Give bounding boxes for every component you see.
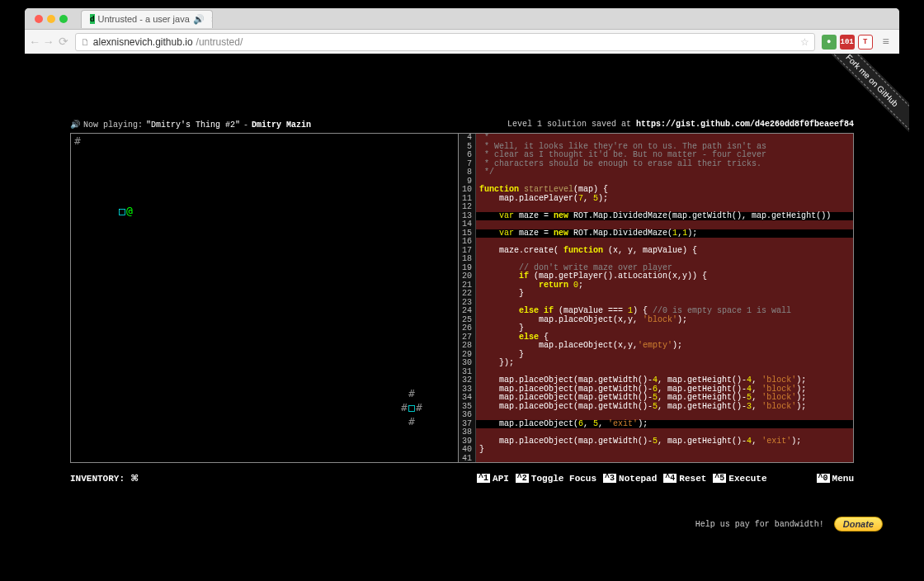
shortcut-toggle-focus[interactable]: ^2Toggle Focus bbox=[516, 471, 596, 485]
fork-github-link[interactable]: Fork me on GitHub bbox=[819, 54, 909, 133]
line-number: 30 bbox=[462, 359, 472, 368]
line-number: 40 bbox=[462, 446, 472, 455]
extensions: ● 101 T bbox=[822, 35, 873, 50]
close-window-icon[interactable] bbox=[35, 15, 43, 23]
code-lines[interactable]: * * Well, it looks like they're on to us… bbox=[476, 134, 853, 462]
code-line: } bbox=[476, 446, 853, 455]
shortcut-key: ^3 bbox=[603, 474, 616, 483]
url-input[interactable]: 🗋 alexnisnevich.github.io/untrusted/ ☆ bbox=[75, 33, 815, 51]
code-line: map.placeObject(x,y,'empty'); bbox=[476, 342, 853, 351]
line-number: 4 bbox=[462, 134, 472, 143]
shortcut-key: ^1 bbox=[477, 474, 490, 483]
code-line: map.placePlayer(7, 5); bbox=[476, 195, 853, 204]
computer-icon[interactable]: ⌘ bbox=[131, 471, 138, 485]
bottom-bar: INVENTORY: ⌘ ^1API^2Toggle Focus^3Notepa… bbox=[70, 471, 854, 485]
line-number: 18 bbox=[462, 255, 472, 264]
top-info-bar: 🔊 Now playing: "Dmitry's Thing #2" - Dmi… bbox=[70, 120, 854, 130]
code-line bbox=[476, 455, 853, 463]
map-cell: # bbox=[408, 388, 415, 399]
save-prefix: Level 1 solution saved at bbox=[507, 120, 631, 129]
audio-icon[interactable]: 🔊 bbox=[193, 14, 205, 25]
shortcut-label: Execute bbox=[728, 474, 766, 484]
back-icon[interactable]: ← bbox=[31, 35, 38, 49]
menu-key: ^0 bbox=[817, 474, 830, 483]
code-line: map.placeObject(map.getWidth()-5, map.ge… bbox=[476, 437, 853, 446]
tab-bar: d Untrusted - a user java 🔊 × bbox=[25, 8, 899, 30]
url-path: /untrusted/ bbox=[196, 36, 243, 48]
shortcut-label: Toggle Focus bbox=[531, 474, 596, 484]
address-bar: ← → ⟳ 🗋 alexnisnevich.github.io/untruste… bbox=[25, 30, 899, 54]
url-host: alexnisnevich.github.io bbox=[93, 36, 193, 48]
menu-shortcut[interactable]: ^0 Menu bbox=[817, 471, 854, 485]
map-panel[interactable]: #□@##□## bbox=[71, 134, 459, 462]
line-number: 38 bbox=[462, 428, 472, 437]
shortcut-key: ^2 bbox=[516, 474, 529, 483]
now-playing-label: Now playing: bbox=[83, 120, 143, 130]
track-title: "Dmitry's Thing #2" bbox=[146, 120, 240, 130]
github-ribbon: Fork me on GitHub bbox=[810, 54, 909, 153]
shortcut-key: ^5 bbox=[713, 474, 726, 483]
game-panels: #□@##□## 4567891011121314151617181920212… bbox=[70, 133, 854, 463]
line-number: 32 bbox=[462, 376, 472, 385]
code-line: maze.create( function (x, y, mapValue) { bbox=[476, 247, 853, 256]
line-number: 34 bbox=[462, 394, 472, 403]
line-number: 16 bbox=[462, 238, 472, 247]
reload-icon[interactable]: ⟳ bbox=[59, 35, 68, 49]
code-line[interactable]: var maze = new ROT.Map.DividedMaze(map.g… bbox=[476, 212, 853, 221]
inventory: INVENTORY: ⌘ bbox=[70, 471, 138, 485]
map-cell: # bbox=[408, 416, 415, 427]
browser-chrome: d Untrusted - a user java 🔊 × ← → ⟳ 🗋 al… bbox=[25, 8, 899, 54]
code-line[interactable]: map.placeObject(6, 5, 'exit'); bbox=[476, 420, 853, 429]
save-message: Level 1 solution saved at https://gist.g… bbox=[507, 120, 854, 130]
shortcut-api[interactable]: ^1API bbox=[477, 471, 509, 485]
minimize-window-icon[interactable] bbox=[47, 15, 55, 23]
map-cell: # bbox=[401, 402, 408, 413]
line-number: 10 bbox=[462, 186, 472, 195]
map-cell: # bbox=[416, 402, 422, 413]
window-controls bbox=[30, 15, 73, 23]
shortcuts: ^1API^2Toggle Focus^3Notepad^4Reset^5Exe… bbox=[477, 471, 767, 485]
speaker-icon[interactable]: 🔊 bbox=[70, 120, 80, 130]
shortcut-notepad[interactable]: ^3Notepad bbox=[603, 471, 657, 485]
line-number: 22 bbox=[462, 290, 472, 299]
maximize-window-icon[interactable] bbox=[59, 15, 68, 23]
favicon-icon: d bbox=[90, 14, 95, 24]
shortcut-label: Notepad bbox=[619, 474, 657, 484]
shortcut-label: API bbox=[493, 474, 509, 484]
code-line: return 0; bbox=[476, 281, 853, 290]
bookmark-icon[interactable]: ☆ bbox=[800, 36, 809, 48]
map-cell: # bbox=[74, 135, 81, 146]
shortcut-reset[interactable]: ^4Reset bbox=[663, 471, 706, 485]
map-cell: @ bbox=[126, 205, 133, 216]
shortcut-label: Reset bbox=[679, 474, 706, 484]
chrome-menu-icon[interactable]: ≡ bbox=[879, 35, 893, 49]
line-number: 20 bbox=[462, 272, 472, 281]
extension-t-icon[interactable]: T bbox=[858, 35, 873, 50]
forward-icon: → bbox=[45, 35, 51, 49]
donate-text: Help us pay for bandwidth! bbox=[695, 520, 824, 529]
line-gutter: 4567891011121314151617181920212223242526… bbox=[459, 134, 476, 462]
map-cell: □ bbox=[119, 205, 125, 216]
shortcut-execute[interactable]: ^5Execute bbox=[713, 471, 766, 485]
now-playing: 🔊 Now playing: "Dmitry's Thing #2" - Dmi… bbox=[70, 120, 311, 130]
inventory-label: INVENTORY: bbox=[70, 474, 125, 484]
browser-tab[interactable]: d Untrusted - a user java 🔊 × bbox=[81, 10, 213, 28]
line-number: 36 bbox=[462, 411, 472, 420]
map-cell: □ bbox=[408, 402, 415, 413]
line-number: 6 bbox=[462, 151, 472, 160]
code-line: }); bbox=[476, 359, 853, 368]
extension-green-icon[interactable]: ● bbox=[822, 35, 837, 50]
track-artist: Dmitry Mazin bbox=[252, 120, 311, 130]
donate-area: Help us pay for bandwidth! Donate bbox=[695, 517, 883, 531]
code-editor[interactable]: 4567891011121314151617181920212223242526… bbox=[459, 134, 853, 462]
line-number: 28 bbox=[462, 342, 472, 351]
extension-101-icon[interactable]: 101 bbox=[840, 35, 855, 50]
line-number: 26 bbox=[462, 324, 472, 333]
close-tab-icon[interactable]: × bbox=[211, 14, 213, 24]
menu-label: Menu bbox=[832, 474, 854, 484]
line-number: 14 bbox=[462, 220, 472, 229]
donate-button[interactable]: Donate bbox=[834, 517, 883, 531]
code-line[interactable]: var maze = new ROT.Map.DividedMaze(1,1); bbox=[476, 229, 853, 239]
code-line: map.placeObject(map.getWidth()-5, map.ge… bbox=[476, 403, 853, 412]
page-icon: 🗋 bbox=[81, 37, 90, 47]
